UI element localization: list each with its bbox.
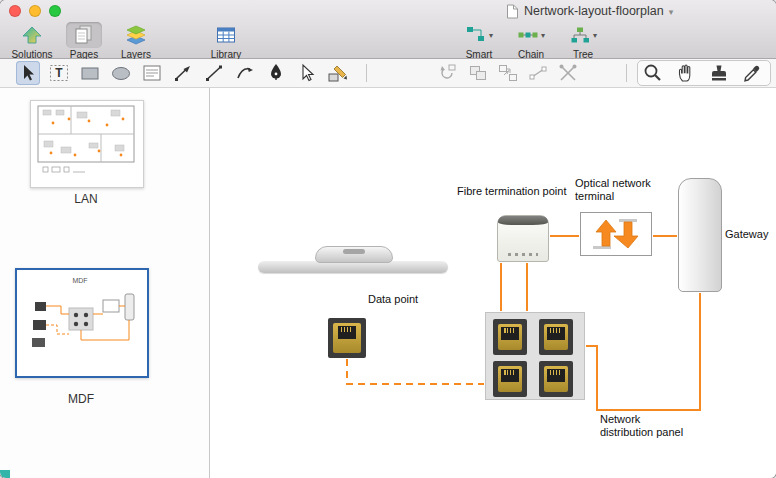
arrow-line-icon xyxy=(171,61,195,85)
tool-strip: T xyxy=(0,59,776,88)
distribution-panel-label-line2: distribution panel xyxy=(600,426,683,438)
library-button[interactable]: Library xyxy=(196,22,256,60)
data-point-label[interactable]: Data point xyxy=(368,293,418,306)
rj45-port-icon xyxy=(501,369,519,382)
page-thumbnail-mdf[interactable]: MDF xyxy=(15,268,149,378)
panel-jack-2[interactable] xyxy=(539,319,573,355)
chain-dropdown-chevron-icon[interactable]: ▾ xyxy=(541,31,545,40)
rectangle-tool[interactable] xyxy=(78,61,102,85)
cursor-icon xyxy=(16,61,40,85)
pen-tool[interactable] xyxy=(264,61,288,85)
distribution-panel-label-line1: Network xyxy=(600,413,640,425)
pan-hand-tool[interactable] xyxy=(674,61,698,85)
solutions-button[interactable]: Solutions xyxy=(4,22,60,60)
line-icon xyxy=(202,61,226,85)
optical-network-terminal-shape[interactable] xyxy=(580,212,652,256)
title-menu-chevron-icon[interactable]: ▾ xyxy=(669,7,674,17)
optical-terminal-label-line2: terminal xyxy=(575,190,614,202)
pen-nib-icon xyxy=(264,61,288,85)
smart-dropdown-chevron-icon[interactable]: ▾ xyxy=(489,31,493,40)
stamp-tool[interactable] xyxy=(707,61,731,85)
pages-button[interactable]: Pages xyxy=(56,22,112,60)
data-point-jack-shape[interactable] xyxy=(328,318,366,358)
layers-button[interactable]: Layers xyxy=(108,22,164,60)
minimize-button[interactable] xyxy=(29,5,41,17)
app-window: Nertwork-layout-floorplan ▾ Solutions xyxy=(0,0,776,478)
connector-arrow-tool[interactable] xyxy=(171,61,195,85)
panel-jack-3[interactable] xyxy=(493,361,527,397)
zoom-tool[interactable] xyxy=(641,61,665,85)
window-title-group: Nertwork-layout-floorplan ▾ xyxy=(506,3,673,19)
rj45-port-icon xyxy=(338,326,356,339)
up-down-arrows-icon xyxy=(581,213,651,255)
ellipse-icon xyxy=(109,61,133,85)
cable-datapoint-to-panel[interactable] xyxy=(347,359,484,384)
advanced-tools-tool[interactable] xyxy=(556,61,580,85)
gateway-label[interactable]: Gateway xyxy=(725,228,768,241)
lan-floorplan-preview xyxy=(31,101,141,185)
rotate-shape-icon xyxy=(436,61,460,85)
shape-edit-tool[interactable] xyxy=(326,61,350,85)
smart-diagram-icon xyxy=(465,25,487,45)
text-block-tool[interactable] xyxy=(140,61,164,85)
pages-icon xyxy=(72,24,96,46)
eyedropper-icon xyxy=(740,61,764,85)
pages-panel: LAN MDF MDF xyxy=(0,88,210,478)
drawing-canvas[interactable]: Data point Fibre termination point Optic… xyxy=(211,88,776,478)
line-tool[interactable] xyxy=(202,61,226,85)
chain-diagram-icon xyxy=(517,25,539,45)
curve-icon xyxy=(233,61,257,85)
edit-nodes-icon xyxy=(526,61,550,85)
page-thumbnail-lan[interactable] xyxy=(30,100,144,188)
text-tool-icon: T xyxy=(47,61,71,85)
gateway-shape[interactable] xyxy=(678,178,722,292)
crossed-tools-icon xyxy=(556,61,580,85)
combine-shapes-tool[interactable] xyxy=(466,61,490,85)
traffic-lights xyxy=(9,5,61,17)
rj45-port-icon xyxy=(501,327,519,340)
panel-jack-4[interactable] xyxy=(539,361,573,397)
tree-dropdown-chevron-icon[interactable]: ▾ xyxy=(593,31,597,40)
arc-tool[interactable] xyxy=(233,61,257,85)
eyedropper-tool[interactable] xyxy=(740,61,764,85)
tree-button[interactable]: ▾ Tree xyxy=(554,22,612,60)
toolbar-separator xyxy=(366,64,367,82)
page-tab-chip[interactable] xyxy=(0,470,10,478)
zoom-button[interactable] xyxy=(49,5,61,17)
layers-icon xyxy=(124,24,148,46)
access-point-slot xyxy=(343,249,365,254)
rj45-port-icon xyxy=(547,369,565,382)
window-title: Nertwork-layout-floorplan xyxy=(524,4,664,18)
distribute-shapes-tool[interactable] xyxy=(496,61,520,85)
panel-jack-1[interactable] xyxy=(493,319,527,355)
network-distribution-panel-shape[interactable] xyxy=(485,312,585,400)
mdf-thumb-title: MDF xyxy=(72,277,87,284)
edit-nodes-tool[interactable] xyxy=(526,61,550,85)
ellipse-tool[interactable] xyxy=(109,61,133,85)
text-block-icon xyxy=(140,61,164,85)
white-cursor-icon xyxy=(295,61,319,85)
magnifier-icon xyxy=(641,61,665,85)
combine-shapes-icon xyxy=(466,61,490,85)
rotate-shape-tool[interactable] xyxy=(436,61,460,85)
shape-pencil-icon xyxy=(326,61,350,85)
distribute-shapes-icon xyxy=(496,61,520,85)
direct-select-tool[interactable] xyxy=(295,61,319,85)
top-chrome: Nertwork-layout-floorplan ▾ Solutions xyxy=(0,0,776,59)
fibre-termination-label[interactable]: Fibre termination point xyxy=(457,185,577,198)
close-button[interactable] xyxy=(9,5,21,17)
toolbar-separator xyxy=(626,64,627,82)
chain-button[interactable]: ▾ Chain xyxy=(502,22,560,60)
optical-terminal-label[interactable]: Optical network terminal xyxy=(575,177,661,203)
distribution-panel-label[interactable]: Network distribution panel xyxy=(600,413,710,439)
mdf-diagram-preview: MDF xyxy=(17,270,143,372)
tree-diagram-icon xyxy=(569,25,591,45)
rectangle-icon xyxy=(78,61,102,85)
page-name-lan: LAN xyxy=(30,192,142,206)
select-tool[interactable] xyxy=(16,61,40,85)
smart-button[interactable]: ▾ Smart xyxy=(450,22,508,60)
text-tool[interactable]: T xyxy=(47,61,71,85)
fibre-termination-point-shape[interactable] xyxy=(497,215,549,262)
cable-gateway-to-panel[interactable] xyxy=(586,293,700,410)
text-tool-glyph: T xyxy=(55,66,63,80)
